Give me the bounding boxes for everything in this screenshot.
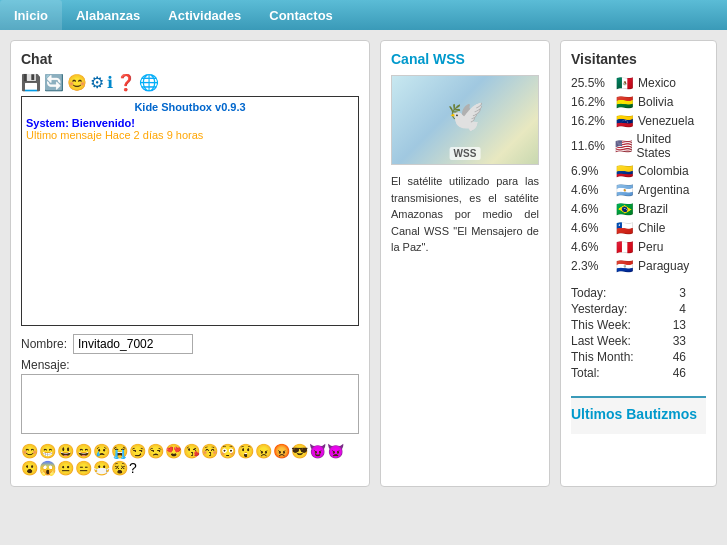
config-icon[interactable]: ⚙ [90, 73, 104, 92]
emoji-icon[interactable]: ? [129, 460, 137, 476]
stat-row: This Month: 46 [571, 350, 706, 364]
stat-label: Total: [571, 366, 600, 380]
emoji-icon[interactable]: 😳 [219, 443, 236, 459]
emoji-icon[interactable]: 😏 [129, 443, 146, 459]
nombre-input[interactable] [73, 334, 193, 354]
visitor-row: 6.9% 🇨🇴 Colombia [571, 163, 706, 179]
emoji-icon[interactable]: 😎 [291, 443, 308, 459]
stat-row: Today: 3 [571, 286, 706, 300]
flag-icon: 🇦🇷 [616, 182, 633, 198]
visitor-row: 4.6% 🇵🇪 Peru [571, 239, 706, 255]
emoji-icon[interactable]: 😡 [273, 443, 290, 459]
canal-description: El satélite utilizado para las transmisi… [391, 173, 539, 256]
visitor-row: 16.2% 🇻🇪 Venezuela [571, 113, 706, 129]
emoji-icon[interactable]: 😲 [237, 443, 254, 459]
visitor-pct: 16.2% [571, 114, 611, 128]
country-name: Brazil [638, 202, 668, 216]
country-name: Paraguay [638, 259, 689, 273]
wss-badge: WSS [450, 147, 481, 160]
system-message: System: Bienvenido! [26, 117, 354, 129]
mensaje-label: Mensaje: [21, 358, 359, 372]
emoji-icon[interactable]: 😱 [39, 460, 56, 476]
stat-value: 4 [679, 302, 686, 316]
flag-icon: 🇵🇪 [616, 239, 633, 255]
emoji-icon[interactable]: 😁 [39, 443, 56, 459]
visitor-pct: 6.9% [571, 164, 611, 178]
visitantes-panel: Visitantes 25.5% 🇲🇽 Mexico 16.2% 🇧🇴 Boli… [560, 40, 717, 487]
chat-box[interactable]: Kide Shoutbox v0.9.3 System: Bienvenido!… [21, 96, 359, 326]
visitor-pct: 16.2% [571, 95, 611, 109]
nav-contactos[interactable]: Contactos [255, 0, 347, 30]
emoji-icon[interactable]: 😷 [93, 460, 110, 476]
emoji-icon[interactable]: 😐 [57, 460, 74, 476]
stat-value: 46 [673, 350, 686, 364]
emoji-icon[interactable]: 😈 [309, 443, 326, 459]
help-icon[interactable]: ❓ [116, 73, 136, 92]
emoji-icon[interactable]: 😃 [57, 443, 74, 459]
flag-icon: 🇵🇾 [616, 258, 633, 274]
emoji-icon[interactable]: 😵 [111, 460, 128, 476]
emoji-icon[interactable]: 😍 [165, 443, 182, 459]
ultimos-section: Ultimos Bautizmos [571, 396, 706, 434]
stat-label: This Month: [571, 350, 634, 364]
stat-row: Last Week: 33 [571, 334, 706, 348]
flag-icon: 🇧🇴 [616, 94, 633, 110]
visitor-pct: 25.5% [571, 76, 611, 90]
flag-icon: 🇺🇸 [615, 138, 632, 154]
nombre-row: Nombre: [21, 334, 359, 354]
mensaje-input[interactable] [21, 374, 359, 434]
bird-icon: 🕊️ [447, 98, 484, 133]
face-icon[interactable]: 😊 [67, 73, 87, 92]
canal-image: 🕊️ WSS [391, 75, 539, 165]
stats-section: Today: 3 Yesterday: 4 This Week: 13 Last… [571, 286, 706, 380]
country-name: United States [637, 132, 706, 160]
emoji-icon[interactable]: 😢 [93, 443, 110, 459]
emoji-icon[interactable]: 😠 [255, 443, 272, 459]
emoji-icon[interactable]: 😒 [147, 443, 164, 459]
flag-icon: 🇨🇱 [616, 220, 633, 236]
visitor-row: 16.2% 🇧🇴 Bolivia [571, 94, 706, 110]
chat-version: Kide Shoutbox v0.9.3 [26, 101, 354, 113]
chat-panel: Chat 💾 🔄 😊 ⚙ ℹ ❓ 🌐 Kide Shoutbox v0.9.3 … [10, 40, 370, 487]
emoji-icon[interactable]: 😚 [201, 443, 218, 459]
nav-alabanzas[interactable]: Alabanzas [62, 0, 154, 30]
stat-value: 33 [673, 334, 686, 348]
flag-icon: 🇧🇷 [616, 201, 633, 217]
refresh-icon[interactable]: 🔄 [44, 73, 64, 92]
info-icon[interactable]: ℹ [107, 73, 113, 92]
visitor-pct: 2.3% [571, 259, 611, 273]
flag-icon: 🇲🇽 [616, 75, 633, 91]
last-msg-time: Hace 2 días 9 horas [105, 129, 203, 141]
visitor-pct: 4.6% [571, 202, 611, 216]
emoji-icon[interactable]: 😘 [183, 443, 200, 459]
emoji-icon[interactable]: 😑 [75, 460, 92, 476]
emoji-icon[interactable]: 😮 [21, 460, 38, 476]
stat-label: Today: [571, 286, 606, 300]
countries-list: 25.5% 🇲🇽 Mexico 16.2% 🇧🇴 Bolivia 16.2% 🇻… [571, 75, 706, 274]
emoji-icon[interactable]: 😊 [21, 443, 38, 459]
chat-toolbar: 💾 🔄 😊 ⚙ ℹ ❓ 🌐 [21, 73, 359, 92]
save-icon[interactable]: 💾 [21, 73, 41, 92]
emoji-icon[interactable]: 😭 [111, 443, 128, 459]
emoji-icon[interactable]: 👿 [327, 443, 344, 459]
visitor-pct: 11.6% [571, 139, 610, 153]
visitor-pct: 4.6% [571, 183, 611, 197]
country-name: Chile [638, 221, 665, 235]
visitantes-title: Visitantes [571, 51, 706, 67]
nav-inicio[interactable]: Inicio [0, 0, 62, 30]
emoji-icon[interactable]: 😄 [75, 443, 92, 459]
flag-icon: 🇻🇪 [616, 113, 633, 129]
stat-row: Yesterday: 4 [571, 302, 706, 316]
country-name: Peru [638, 240, 663, 254]
stat-label: Last Week: [571, 334, 631, 348]
visitor-row: 25.5% 🇲🇽 Mexico [571, 75, 706, 91]
visitor-row: 11.6% 🇺🇸 United States [571, 132, 706, 160]
globe-icon[interactable]: 🌐 [139, 73, 159, 92]
stat-row: Total: 46 [571, 366, 706, 380]
nav-actividades[interactable]: Actividades [154, 0, 255, 30]
country-name: Colombia [638, 164, 689, 178]
visitor-pct: 4.6% [571, 240, 611, 254]
ultimos-title: Ultimos Bautizmos [571, 406, 706, 422]
page-body: Chat 💾 🔄 😊 ⚙ ℹ ❓ 🌐 Kide Shoutbox v0.9.3 … [0, 30, 727, 497]
visitor-pct: 4.6% [571, 221, 611, 235]
